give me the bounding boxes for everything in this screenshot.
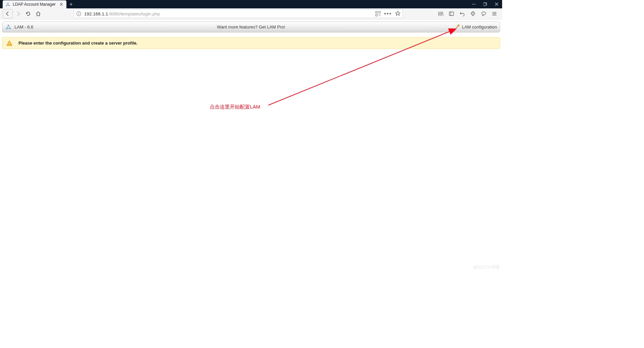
annotation-arrow (0, 0, 502, 272)
svg-line-22 (268, 29, 456, 105)
watermark: @51CTO博客 (473, 264, 500, 270)
